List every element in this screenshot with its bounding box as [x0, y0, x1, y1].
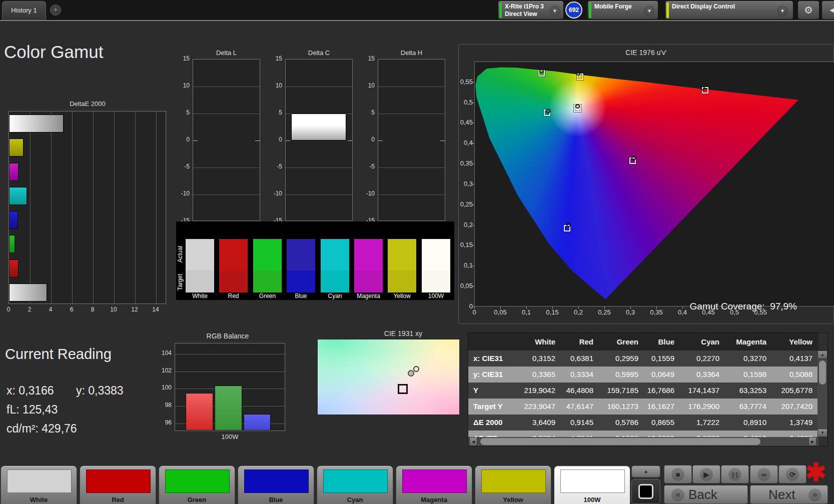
axis-tick: [630, 306, 631, 309]
axis-tick: [682, 306, 683, 309]
meter-display-dropdown[interactable]: Direct Display Control ▼: [665, 0, 793, 20]
gridline: [286, 194, 352, 195]
cie31-marker-target-square: [398, 384, 408, 394]
table-cell: 0,2270: [680, 350, 725, 366]
rgb-balance-x-label: 100W: [175, 433, 285, 440]
zero-tick: [286, 140, 290, 141]
pattern-window-button[interactable]: [631, 479, 660, 504]
deltae2000-chart-title: DeltaE 2000: [8, 100, 167, 108]
axis-tick-label: 15: [266, 55, 282, 62]
axis-tick-label: 5: [266, 109, 282, 116]
row-label: Target Y: [468, 398, 518, 414]
axis-tick-label: 6: [65, 306, 79, 313]
settings-button[interactable]: ⚙: [797, 0, 819, 20]
swatch-label: Cyan: [318, 292, 352, 300]
gridline: [175, 354, 285, 354]
row-label: ΔE 2000: [468, 414, 518, 430]
gridline: [135, 112, 136, 304]
vertical-scrollbar[interactable]: ▲▼: [817, 350, 827, 437]
axis-tick-label: 0: [2, 306, 16, 313]
gridline: [72, 112, 73, 304]
table-cell: 0,1598: [725, 366, 772, 382]
pattern-button-white[interactable]: White: [1, 466, 77, 504]
swatch-label: Green: [251, 292, 284, 300]
meter-source-dropdown[interactable]: Mobile Forge ▼: [587, 0, 658, 20]
table-cell: 16,1627: [644, 398, 680, 414]
stop-button[interactable]: ■: [664, 465, 692, 484]
pattern-button-magenta[interactable]: Magenta: [396, 466, 472, 504]
scroll-thumb[interactable]: [480, 438, 760, 445]
table-row: x: CIE310,31520,63810,29590,15590,22700,…: [468, 350, 818, 366]
chevron-down-icon[interactable]: ▼: [549, 6, 560, 16]
reading-y: y: 0,3383: [76, 384, 124, 398]
rgb-balance-chart-title: RGB Balance: [178, 332, 278, 340]
table-cell: 63,7774: [725, 398, 772, 414]
chevron-down-icon[interactable]: ▼: [644, 6, 655, 16]
pattern-window-up-button[interactable]: ▲: [631, 466, 660, 478]
table-cell: 0,4137: [772, 350, 818, 366]
play-button[interactable]: ▶: [692, 465, 720, 484]
chevron-down-icon[interactable]: ▼: [777, 6, 788, 16]
gridline: [378, 114, 445, 114]
table-cell: 3,6409: [518, 414, 561, 430]
axis-tick-label: 2: [23, 306, 37, 313]
swatch-target-blue: [287, 270, 315, 292]
axis-tick-label: -10: [174, 190, 190, 197]
column-header-yellow: Yellow: [772, 333, 818, 350]
pattern-button-label: Yellow: [475, 496, 551, 504]
swatch-label: 100W: [419, 292, 453, 300]
back-button[interactable]: «Back: [664, 485, 748, 504]
add-tab-button[interactable]: +: [50, 4, 61, 16]
scroll-right-button[interactable]: ▶: [808, 437, 816, 446]
left-arrow-icon: ◀: [829, 6, 834, 14]
swatch-target-cyan: [321, 270, 349, 292]
table-row: y: CIE310,33650,33340,59950,06490,33640,…: [468, 366, 818, 382]
zero-tick: [193, 140, 198, 141]
continuous-button[interactable]: ∞: [750, 465, 778, 484]
swatch-actual-white: [186, 239, 214, 270]
pattern-button-100w[interactable]: 100W: [554, 466, 630, 504]
axis-tick-label: 0,05: [459, 282, 473, 290]
axis-tick-label: 0,55: [459, 78, 473, 86]
pattern-button-green[interactable]: Green: [159, 466, 235, 504]
pattern-button-blue[interactable]: Blue: [238, 466, 314, 504]
gridline: [193, 194, 260, 195]
pattern-color-swatch: [7, 470, 72, 493]
cie76-marker-red-measured: [700, 86, 705, 90]
measure-button[interactable]: [·]: [721, 465, 749, 484]
collapse-panel-button[interactable]: ◀: [821, 0, 834, 20]
table-cell: 0,9145: [561, 414, 599, 430]
cie1976-panel: CIE 1976 u'v' Gamut Coverage: 97,9% 0,55…: [458, 44, 834, 324]
gridline: [51, 112, 52, 304]
zero-tick: [348, 140, 352, 141]
gridline: [114, 112, 115, 304]
scroll-down-button[interactable]: ▼: [817, 428, 827, 437]
refresh-button[interactable]: ⟳: [778, 465, 806, 484]
axis-tick-label: 15: [359, 55, 375, 62]
table-cell: 219,9042: [518, 382, 561, 398]
row-label: Y: [468, 382, 518, 398]
axis-tick: [472, 225, 474, 226]
next-button[interactable]: Next»: [750, 485, 828, 504]
source-status-indicator: [589, 2, 591, 18]
pattern-button-red[interactable]: Red: [80, 466, 156, 504]
table-cell: 0,5995: [599, 366, 644, 382]
scroll-up-button[interactable]: ▲: [817, 350, 827, 359]
axis-tick-label: 96: [156, 419, 172, 426]
meter-device-dropdown[interactable]: X-Rite i1Pro 3 Direct View ▼: [498, 0, 564, 20]
unsaved-asterisk-icon: ✱: [805, 458, 826, 487]
pattern-button-cyan[interactable]: Cyan: [317, 466, 393, 504]
scroll-thumb[interactable]: [819, 360, 826, 384]
tab-history-1[interactable]: History 1: [2, 1, 46, 20]
pattern-button-yellow[interactable]: Yellow: [475, 466, 551, 504]
horizontal-scrollbar[interactable]: ◀▶: [468, 437, 818, 446]
scroll-left-button[interactable]: ◀: [469, 437, 477, 446]
swatch-label: Yellow: [385, 292, 419, 300]
axis-tick-label: 104: [156, 350, 172, 356]
axis-tick-label: 0,45: [698, 308, 718, 316]
swatch-actual-magenta: [354, 239, 383, 270]
axis-tick-label: 0,45: [459, 118, 473, 126]
current-reading-title: Current Reading: [5, 346, 112, 362]
swatch-actual-blue: [287, 239, 315, 270]
table-cell: 0,0649: [644, 366, 680, 382]
